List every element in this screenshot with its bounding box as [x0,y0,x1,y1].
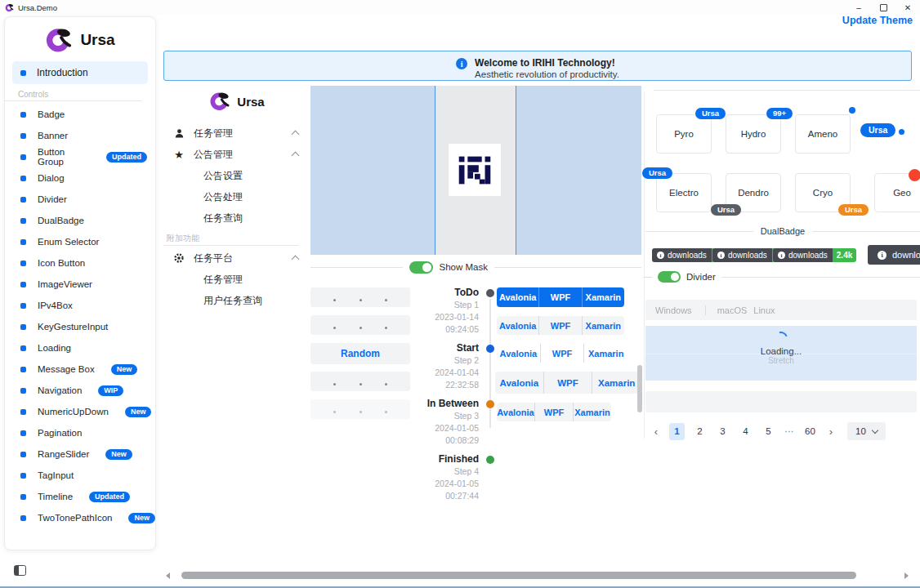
image-viewer[interactable] [310,86,641,255]
panel-splitter[interactable] [644,91,645,439]
xamarin-button[interactable]: Xamarin [582,316,624,335]
square-bullet-icon [20,154,26,160]
enum-option-macos[interactable]: macOS [717,305,748,315]
sidebar-item-banner[interactable]: Banner [5,125,155,146]
timeline-dot-finished [486,456,494,464]
button-group-wide: Avalonia WPF Xamarin [495,372,641,394]
sidebar-item-numericupdown[interactable]: NumericUpDownNew [5,401,155,422]
pagination-page-4[interactable]: 4 [738,423,753,440]
status-badge: New [128,513,155,523]
xamarin-button[interactable]: Xamarin [592,372,641,394]
sidebar-item-enum-selector[interactable]: Enum Selector [5,231,155,252]
sidebar-item-navigation[interactable]: NavigationWIP [5,380,155,401]
menu-item-task-management[interactable]: 任务管理 [163,269,310,290]
sidebar-item-keygestureinput[interactable]: KeyGestureInput [5,316,155,337]
ipv4-input[interactable] [310,287,410,307]
sidebar-item-timeline[interactable]: TimelineUpdated [5,486,155,507]
avalonia-button[interactable]: Avalonia [497,403,534,421]
vertical-scrollbar-thumb[interactable] [637,365,642,412]
sidebar-item-ipv4box[interactable]: IPv4Box [5,295,155,316]
menu-item-task-query[interactable]: 任务查询 [163,207,310,229]
divider-label: Divider [686,272,716,282]
ipv4-input[interactable] [310,315,410,335]
scroll-right-arrow-icon[interactable] [904,572,909,579]
ipv4-input-disabled [310,399,410,419]
collapse-sidebar-button[interactable] [14,565,26,576]
divider-line [654,90,920,91]
pagination-ellipsis[interactable]: ⋯ [784,425,795,437]
pagination-prev[interactable]: ‹ [650,425,662,438]
sidebar-item-introduction[interactable]: Introduction [12,61,148,84]
pagination-page-1[interactable]: 1 [669,423,685,440]
pagination-next[interactable]: › [825,425,837,438]
square-bullet-icon [20,303,26,309]
avalonia-button[interactable]: Avalonia [495,372,543,394]
banner-subtitle: Aesthetic revolution of productivity. [475,69,619,81]
menu-group-task-platform[interactable]: 任务平台 [163,247,310,269]
page-size-select[interactable]: 10 [847,422,886,440]
show-mask-toggle[interactable] [409,261,433,274]
wpf-button[interactable]: WPF [543,372,592,394]
square-bullet-icon [20,176,26,181]
wpf-button[interactable]: WPF [534,403,573,421]
wpf-button[interactable]: WPF [540,344,584,363]
close-button[interactable]: ✕ [895,0,920,15]
enum-option-windows[interactable]: Windows [655,305,692,315]
title-bar[interactable]: Ursa.Demo [0,0,920,15]
square-bullet-icon [20,282,26,287]
menu-group-task-management[interactable]: 任务管理 [163,122,310,144]
dot-badge [849,107,855,114]
update-theme-button[interactable]: Update Theme [842,15,913,26]
badge-card-hydro: Hydro [726,114,781,154]
menu-item-announcement-processing[interactable]: 公告处理 [163,186,310,207]
divider-toggle[interactable] [658,271,681,283]
sidebar-item-imageviewer[interactable]: ImageViewer [5,274,155,295]
sidebar-item-loading[interactable]: Loading [5,337,155,359]
square-bullet-icon [20,388,26,394]
menu-item-announcement-settings[interactable]: 公告设置 [163,165,310,186]
minimize-button[interactable]: – [846,0,871,15]
sidebar-item-pagination[interactable]: Pagination [5,422,155,443]
ursa-badge: Ursa [695,108,726,119]
timeline-item: Finished Step 4 2024-01-05 00:27:44 [407,452,495,502]
pagination-page-3[interactable]: 3 [715,423,730,440]
sidebar-item-icon-button[interactable]: Icon Button [5,252,155,274]
sidebar-item-twotonepathicon[interactable]: TwoTonePathIconNew [5,507,155,528]
xamarin-button[interactable]: Xamarin [583,344,627,363]
sidebar-item-button-group[interactable]: Button GroupUpdated [5,146,155,167]
window-title: Ursa.Demo [18,3,57,12]
maximize-button[interactable] [871,0,895,15]
timeline: ToDo Step 1 2023-01-14 09:24:05 Start St… [407,286,495,508]
horizontal-scrollbar-thumb[interactable] [181,572,856,579]
timeline-dot-start [486,345,494,353]
enum-option-linux[interactable]: Linux [753,305,775,315]
sidebar-item-badge[interactable]: Badge [5,104,155,125]
divider-line [310,267,403,268]
avalonia-button[interactable]: Avalonia [497,287,538,307]
sidebar-item-dialog[interactable]: Dialog [5,167,155,189]
sidebar-item-divider[interactable]: Divider [5,189,155,210]
pagination-page-5[interactable]: 5 [761,423,776,440]
avalonia-button[interactable]: Avalonia [497,344,540,363]
xamarin-button[interactable]: Xamarin [573,403,611,421]
divider-line [494,267,641,268]
pagination-page-2[interactable]: 2 [692,423,708,440]
restore-icon [880,4,887,11]
banner-title: Welcome to IRIHI Technology! [475,57,619,69]
random-button[interactable]: Random [310,343,410,364]
menu-group-announcement[interactable]: ★ 公告管理 [163,144,310,165]
wpf-button[interactable]: WPF [538,287,581,307]
xamarin-button[interactable]: Xamarin [582,287,624,307]
wpf-button[interactable]: WPF [538,316,581,335]
sidebar-logo: Ursa [5,27,155,53]
collapse-sidebar-icon [15,566,19,575]
sidebar-item-rangeslider[interactable]: RangeSliderNew [5,443,155,465]
ipv4-input[interactable] [310,372,410,391]
scroll-left-arrow-icon[interactable] [166,572,170,579]
sidebar-item-taginput[interactable]: TagInput [5,465,155,486]
avalonia-button[interactable]: Avalonia [497,316,538,335]
sidebar-item-message-box[interactable]: Message BoxNew [5,359,155,380]
menu-item-user-task-query[interactable]: 用户任务查询 [163,290,310,311]
sidebar-item-dualbadge[interactable]: DualBadge [5,210,155,231]
pagination-page-60[interactable]: 60 [802,423,818,440]
